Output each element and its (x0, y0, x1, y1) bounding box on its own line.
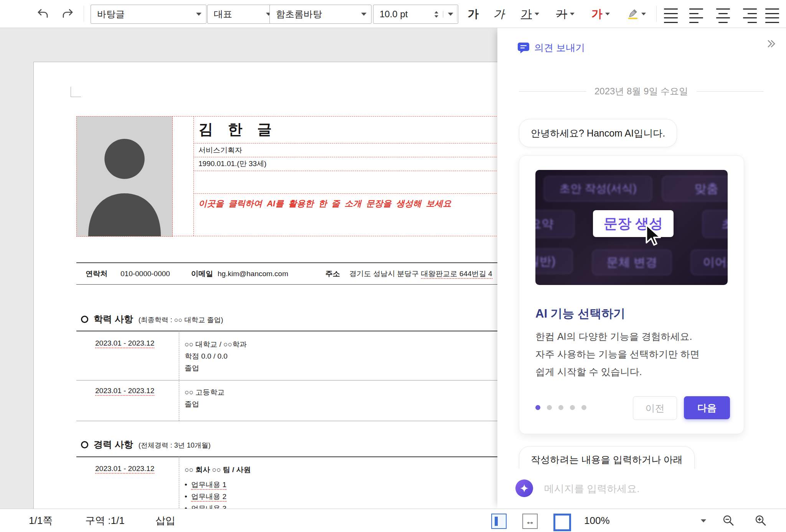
align-distribute-button[interactable] (764, 7, 784, 25)
carousel-dot[interactable] (570, 405, 575, 410)
font-size-dropdown[interactable]: 10.0 pt (373, 5, 458, 24)
resume-name: 김 한 글 (198, 120, 274, 139)
zoom-out-icon (722, 514, 735, 527)
prev-button[interactable]: 이전 (633, 396, 677, 420)
chat-date: 2023년 8월 9일 수요일 (594, 85, 688, 97)
carousel-dot[interactable] (547, 405, 552, 410)
illustration-tile: 이어쓰기 (691, 250, 728, 275)
page-indicator: 1/1쪽 (29, 509, 53, 532)
carousel-dot[interactable] (558, 405, 563, 410)
chevron-down-icon (701, 519, 706, 522)
fit-width-button[interactable]: ↔ (522, 514, 538, 529)
table-rule (76, 421, 497, 421)
sparkle-icon (519, 483, 529, 493)
illustration-tile: 맞춤 (662, 176, 728, 201)
italic-button[interactable]: 가 (488, 5, 510, 23)
card-body: 한컴 AI의 다양한 기능을 경험하세요. 자주 사용하는 기능을 선택하기만 … (535, 328, 700, 380)
red-dashed-guide (193, 143, 497, 143)
undo-icon (36, 8, 49, 20)
zoom-dropdown[interactable]: 100% (580, 509, 710, 532)
collapse-panel-button[interactable] (766, 38, 777, 51)
card-title: AI 기능 선택하기 (535, 306, 625, 322)
ai-intro-placeholder[interactable]: 이곳을 클릭하여 AI를 활용한 한 줄 소개 문장을 생성해 보세요 (198, 198, 451, 209)
insert-mode-indicator[interactable]: 삽입 (155, 509, 175, 532)
font-size-stepper[interactable] (434, 11, 443, 18)
bold-glyph: 가 (468, 8, 479, 20)
greeting-bubble: 안녕하세요? Hancom AI입니다. (519, 119, 677, 147)
chevron-down-icon (448, 13, 453, 16)
red-dashed-guide (172, 116, 497, 117)
carousel-dots[interactable] (535, 405, 586, 410)
photo-placeholder[interactable] (76, 116, 173, 237)
font-color-button[interactable]: 가 (584, 5, 617, 23)
font-family-dropdown[interactable]: 함초롬바탕 (269, 5, 372, 24)
formatting-toolbar: 바탕글 대표 함초롬바탕 10.0 pt 가 가 가 가 가 (0, 0, 786, 28)
strikethrough-button[interactable]: 가 (549, 5, 582, 23)
undo-button[interactable] (32, 5, 53, 23)
toolbar-separator (457, 6, 457, 22)
paragraph-style-dropdown[interactable]: 바탕글 (91, 5, 206, 24)
fit-width-icon: ↔ (525, 516, 535, 527)
education-title: 학력 사항 (94, 313, 133, 325)
ai-assistant-panel: 의견 보내기 2023년 8월 9일 수요일 안녕하세요? Hancom AI입… (497, 28, 786, 509)
underline-button[interactable]: 가 (514, 5, 547, 23)
table-rule (76, 262, 497, 263)
page-outline-icon (495, 517, 498, 526)
margin-corner-mark (71, 87, 81, 97)
carousel-dot[interactable] (581, 405, 586, 410)
career-bullet: • 업무내용 3 (185, 502, 251, 509)
education-period: 2023.01 - 2023.12 (95, 339, 154, 348)
zoom-in-button[interactable] (754, 514, 768, 527)
fit-page-button[interactable] (553, 514, 571, 531)
greeting-text: 안녕하세요? Hancom AI입니다. (531, 127, 665, 140)
align-left-button[interactable] (688, 7, 708, 25)
bold-button[interactable]: 가 (462, 5, 484, 23)
message-input[interactable]: 메시지를 입력하세요. (544, 469, 639, 509)
illustration-tile: 초안 작성(서식) (544, 176, 652, 201)
address-value: 경기도 성남시 분당구 대왕판교로 644번길 4 (349, 264, 492, 283)
red-dashed-guide (193, 171, 497, 171)
illustration-tile: 문체 변경 (592, 250, 672, 275)
table-column-divider (179, 331, 179, 421)
person-silhouette-icon (77, 117, 172, 236)
email-label: 이메일 (191, 264, 213, 283)
chevron-down-icon (641, 13, 646, 15)
career-subtitle: (전체경력 : 3년 10개월) (139, 440, 211, 450)
address-label: 주소 (325, 264, 340, 283)
illustration-tile: 요약 (535, 210, 575, 238)
illustration-tile: 초안 (702, 210, 728, 238)
align-justify-button[interactable] (662, 7, 682, 25)
style-preset-dropdown[interactable]: 대표 (207, 5, 276, 24)
redo-button[interactable] (58, 5, 78, 23)
zoom-in-icon (754, 514, 767, 527)
red-dashed-guide (193, 157, 497, 157)
step-up-icon (434, 11, 438, 13)
section-indicator: 구역 :1/1 (85, 509, 125, 532)
next-button[interactable]: 다음 (684, 396, 730, 419)
send-feedback-button[interactable]: 의견 보내기 (517, 41, 585, 54)
table-column-divider (179, 456, 179, 509)
resume-job-title: 서비스기획자 (198, 145, 242, 155)
page-outline-view-button[interactable] (491, 514, 507, 529)
align-center-button[interactable] (713, 7, 733, 25)
resume-page[interactable]: 김 한 글 서비스기획자 1990.01.01.(만 33세) 이곳을 클릭하여… (33, 62, 497, 509)
table-rule (76, 380, 497, 380)
ai-sparkle-button[interactable] (515, 479, 533, 497)
career-title: 경력 사항 (94, 438, 133, 451)
paragraph-style-value: 바탕글 (97, 8, 192, 20)
zoom-out-button[interactable] (722, 514, 735, 527)
chevron-down-icon (196, 13, 201, 16)
chat-input-area: 메시지를 입력하세요. (497, 469, 786, 509)
career-bullet: • 업무내용 1 (185, 479, 251, 491)
education-detail: ○○ 고등학교 졸업 (185, 386, 225, 410)
feature-illustration: 초안 작성(서식) 맞춤 요약 초안 (일반) 문체 변경 이어쓰기 문장 생성 (535, 170, 728, 285)
carousel-dot-active[interactable] (535, 405, 540, 410)
underline-glyph: 가 (521, 8, 532, 20)
career-detail: ○○ 회사 ○○ 팀 / 사원 • 업무내용 1 • 업무내용 2 • 업무내용… (185, 464, 251, 509)
send-feedback-label: 의견 보내기 (534, 41, 585, 54)
email-value: hg.kim@hancom.com (218, 264, 288, 283)
highlight-button[interactable] (619, 5, 653, 23)
font-size-value: 10.0 pt (380, 9, 429, 20)
toolbar-separator (84, 6, 84, 22)
align-right-button[interactable] (738, 7, 758, 25)
